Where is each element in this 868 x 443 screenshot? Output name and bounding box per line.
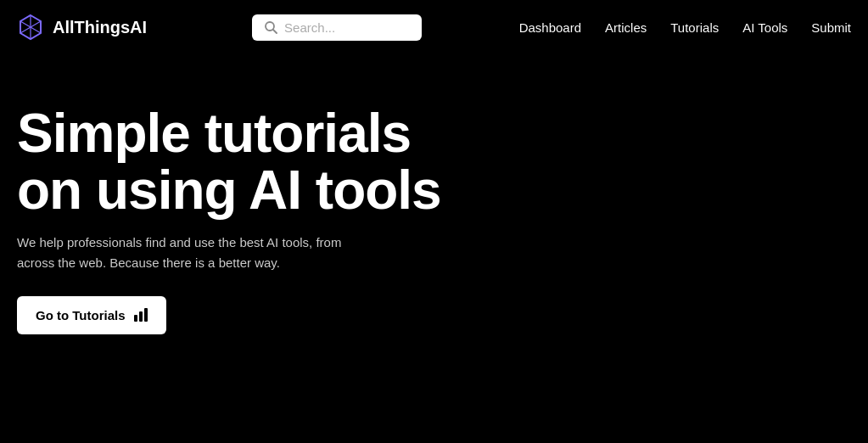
search-icon: [264, 20, 277, 34]
logo-text: AllThingsAI: [53, 18, 147, 37]
hero-cta-label: Go to Tutorials: [36, 308, 126, 322]
go-to-tutorials-button[interactable]: Go to Tutorials: [17, 296, 166, 334]
nav-articles[interactable]: Articles: [605, 20, 647, 35]
nav-tutorials[interactable]: Tutorials: [670, 20, 719, 35]
hero-section: Simple tutorials on using AI tools We he…: [0, 54, 475, 368]
search-bar[interactable]: [252, 14, 422, 41]
hero-title: Simple tutorials on using AI tools: [17, 105, 458, 219]
site-header: AllThingsAI Dashboard Articles Tutorials…: [0, 0, 868, 54]
nav-submit[interactable]: Submit: [811, 20, 851, 35]
search-input[interactable]: [284, 20, 403, 35]
nav-ai-tools[interactable]: AI Tools: [742, 20, 787, 35]
bar-chart-icon: [134, 308, 148, 322]
hero-title-line2: on using AI tools: [17, 160, 441, 221]
main-nav: Dashboard Articles Tutorials AI Tools Su…: [519, 20, 851, 35]
nav-dashboard[interactable]: Dashboard: [519, 20, 581, 35]
hero-subtitle: We help professionals find and use the b…: [17, 233, 373, 272]
svg-line-5: [273, 30, 277, 33]
logo[interactable]: AllThingsAI: [17, 14, 147, 41]
hero-title-line1: Simple tutorials: [17, 103, 411, 164]
logo-icon: [17, 14, 44, 41]
